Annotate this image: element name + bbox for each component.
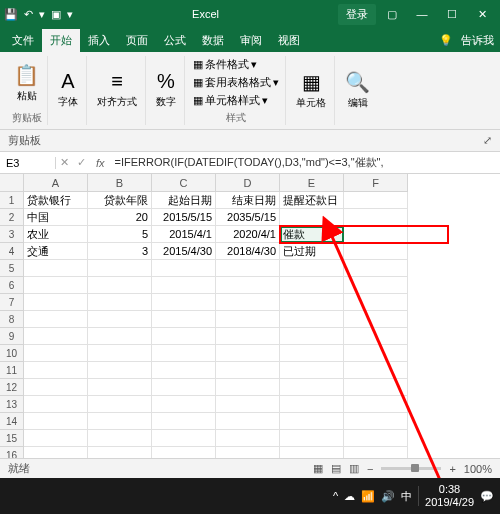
tab-data[interactable]: 数据 <box>194 29 232 52</box>
cell[interactable] <box>152 413 216 430</box>
cell[interactable] <box>344 396 408 413</box>
cell[interactable] <box>152 260 216 277</box>
zoom-slider[interactable] <box>381 467 441 470</box>
cell[interactable] <box>24 430 88 447</box>
cell[interactable] <box>280 413 344 430</box>
zoom-in-icon[interactable]: + <box>449 463 455 475</box>
cell[interactable] <box>152 430 216 447</box>
cell[interactable] <box>24 328 88 345</box>
close-button[interactable]: ✕ <box>468 4 496 24</box>
grid[interactable]: 1234567891011121314151617 ABCDEF 贷款银行贷款年… <box>0 174 500 458</box>
cell[interactable] <box>216 362 280 379</box>
cell[interactable] <box>280 294 344 311</box>
view-layout-icon[interactable]: ▤ <box>331 462 341 475</box>
minimize-button[interactable]: — <box>408 4 436 24</box>
cell[interactable] <box>280 345 344 362</box>
row-head-1[interactable]: 1 <box>0 192 24 209</box>
cell[interactable]: 催款 <box>280 226 344 243</box>
cell[interactable]: 2015/4/30 <box>152 243 216 260</box>
row-head-12[interactable]: 12 <box>0 379 24 396</box>
cell[interactable]: 20 <box>88 209 152 226</box>
cell[interactable] <box>216 311 280 328</box>
cell[interactable] <box>344 192 408 209</box>
cell[interactable] <box>280 362 344 379</box>
cell[interactable] <box>88 345 152 362</box>
fx-icon[interactable]: fx <box>90 157 111 169</box>
col-head-D[interactable]: D <box>216 174 280 192</box>
notif-icon[interactable]: 💬 <box>480 490 494 503</box>
edit-button[interactable]: 🔍编辑 <box>341 68 374 112</box>
cell[interactable] <box>152 396 216 413</box>
enter-icon[interactable]: ✓ <box>73 156 90 169</box>
row-head-13[interactable]: 13 <box>0 396 24 413</box>
row-head-10[interactable]: 10 <box>0 345 24 362</box>
row-head-14[interactable]: 14 <box>0 413 24 430</box>
cell[interactable] <box>24 413 88 430</box>
cell[interactable] <box>280 277 344 294</box>
name-box[interactable]: E3 <box>0 157 56 169</box>
cell[interactable] <box>24 277 88 294</box>
cell[interactable]: 贷款银行 <box>24 192 88 209</box>
tab-insert[interactable]: 插入 <box>80 29 118 52</box>
cell[interactable]: 2018/4/30 <box>216 243 280 260</box>
select-all[interactable] <box>0 174 24 192</box>
cell[interactable] <box>344 277 408 294</box>
tab-view[interactable]: 视图 <box>270 29 308 52</box>
cell[interactable]: 已过期 <box>280 243 344 260</box>
view-pagebreak-icon[interactable]: ▥ <box>349 462 359 475</box>
font-button[interactable]: A字体 <box>54 68 82 111</box>
cell[interactable] <box>152 345 216 362</box>
cell[interactable] <box>88 447 152 458</box>
cell[interactable] <box>88 413 152 430</box>
cell[interactable] <box>344 311 408 328</box>
cell[interactable] <box>280 396 344 413</box>
col-head-C[interactable]: C <box>152 174 216 192</box>
cell[interactable] <box>88 311 152 328</box>
cell[interactable]: 2035/5/15 <box>216 209 280 226</box>
login-button[interactable]: 登录 <box>338 4 376 25</box>
cell[interactable]: 3 <box>88 243 152 260</box>
cell[interactable]: 提醒还款日 <box>280 192 344 209</box>
cell[interactable] <box>88 379 152 396</box>
cell[interactable] <box>24 294 88 311</box>
cell[interactable]: 5 <box>88 226 152 243</box>
cell-style-button[interactable]: ▦单元格样式▾ <box>191 92 281 109</box>
cell[interactable] <box>152 328 216 345</box>
row-head-5[interactable]: 5 <box>0 260 24 277</box>
formula-input[interactable]: =IFERROR(IF(DATEDIF(TODAY(),D3,"md")<=3,… <box>111 155 500 170</box>
row-head-11[interactable]: 11 <box>0 362 24 379</box>
cell[interactable]: 中国 <box>24 209 88 226</box>
cell[interactable] <box>216 294 280 311</box>
cells-button[interactable]: ▦单元格 <box>292 68 330 112</box>
row-head-7[interactable]: 7 <box>0 294 24 311</box>
cell[interactable]: 2020/4/1 <box>216 226 280 243</box>
cell[interactable] <box>152 277 216 294</box>
save-icon[interactable]: 💾 <box>4 8 18 21</box>
camera-icon[interactable]: ▣ <box>51 8 61 21</box>
cell[interactable] <box>280 379 344 396</box>
cell[interactable] <box>88 260 152 277</box>
cell[interactable] <box>24 396 88 413</box>
cell[interactable]: 结束日期 <box>216 192 280 209</box>
cell[interactable] <box>216 328 280 345</box>
cell[interactable] <box>280 209 344 226</box>
cell[interactable]: 2015/5/15 <box>152 209 216 226</box>
align-button[interactable]: ≡对齐方式 <box>93 68 141 111</box>
tab-home[interactable]: 开始 <box>42 29 80 52</box>
cell[interactable] <box>88 328 152 345</box>
tab-formulas[interactable]: 公式 <box>156 29 194 52</box>
cell[interactable]: 贷款年限 <box>88 192 152 209</box>
zoom-level[interactable]: 100% <box>464 463 492 475</box>
paste-button[interactable]: 📋 粘贴 <box>10 61 43 105</box>
row-head-15[interactable]: 15 <box>0 430 24 447</box>
cell[interactable] <box>344 294 408 311</box>
cell[interactable] <box>88 277 152 294</box>
zoom-out-icon[interactable]: − <box>367 463 373 475</box>
cell[interactable] <box>280 430 344 447</box>
maximize-button[interactable]: ☐ <box>438 4 466 24</box>
cell[interactable] <box>344 226 408 243</box>
cell[interactable] <box>280 328 344 345</box>
row-head-16[interactable]: 16 <box>0 447 24 458</box>
tab-file[interactable]: 文件 <box>4 29 42 52</box>
cell[interactable] <box>216 430 280 447</box>
